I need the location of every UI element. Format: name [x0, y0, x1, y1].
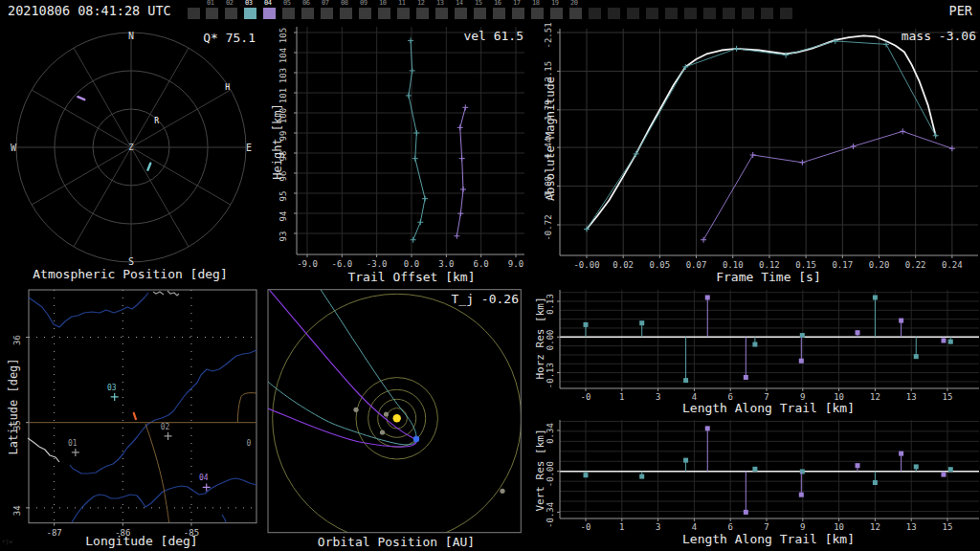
frame-cell-17[interactable]: 17: [512, 0, 525, 21]
frame-square[interactable]: [359, 8, 371, 19]
earth-dot: [413, 436, 419, 442]
frame-cell-empty[interactable]: [761, 0, 774, 21]
frame-cell-16[interactable]: 16: [493, 0, 506, 21]
magnitude-line-03: [587, 41, 936, 230]
x-tick-label: 0.10: [723, 260, 744, 270]
frame-cell-03[interactable]: 03: [244, 0, 257, 21]
frame-cell-08[interactable]: 08: [340, 0, 353, 21]
residual-marker-03: [683, 458, 688, 463]
frame-label: 14: [456, 0, 462, 7]
orbital-position-plot: [258, 287, 526, 551]
frame-square[interactable]: [206, 8, 218, 19]
frame-square[interactable]: [742, 8, 754, 19]
residual-marker-03: [948, 467, 953, 472]
frame-square[interactable]: [455, 8, 467, 19]
polar-radial-line: [131, 147, 189, 247]
frame-cell-empty[interactable]: [780, 0, 793, 21]
frame-square[interactable]: [531, 8, 544, 19]
frame-cell-14[interactable]: 14: [455, 0, 468, 21]
frame-square[interactable]: [301, 8, 314, 19]
frame-cell-empty[interactable]: [608, 0, 621, 21]
frame-square[interactable]: [188, 8, 200, 19]
frame-cell-15[interactable]: 15: [474, 0, 487, 21]
frame-cell-19[interactable]: 19: [550, 0, 564, 21]
frame-square[interactable]: [569, 8, 582, 19]
frame-cell-05[interactable]: 05: [282, 0, 296, 21]
frame-square[interactable]: [493, 8, 505, 19]
frame-square[interactable]: [378, 8, 390, 19]
y-tick-label: 94: [278, 211, 288, 222]
frame-label: 20: [570, 0, 577, 7]
frame-cell-empty[interactable]: [665, 0, 679, 21]
frame-cell-07[interactable]: 07: [321, 0, 334, 21]
frame-square[interactable]: [474, 8, 486, 19]
frame-square[interactable]: [225, 8, 237, 19]
frame-square[interactable]: [244, 8, 256, 19]
frame-label: 01: [207, 0, 213, 7]
frame-square[interactable]: [703, 8, 716, 19]
frame-square[interactable]: [780, 8, 792, 19]
frame-cell-12[interactable]: 12: [416, 0, 430, 21]
frame-square[interactable]: [646, 8, 658, 19]
frame-cell-02[interactable]: 02: [225, 0, 238, 21]
frame-cell-04[interactable]: 04: [263, 0, 277, 21]
frame-cell-01[interactable]: 01: [206, 0, 219, 21]
frame-cell-empty[interactable]: [723, 0, 736, 21]
trail-ylabel: Height [km]: [271, 75, 284, 209]
frame-square[interactable]: [761, 8, 773, 19]
river: [70, 350, 256, 474]
zenith-label: Z: [128, 143, 134, 152]
map-feature: [153, 291, 179, 296]
frame-square[interactable]: [589, 8, 601, 19]
residual-marker-04: [705, 426, 710, 430]
frame-cell-empty[interactable]: [703, 0, 717, 21]
planet-dot: [384, 411, 389, 416]
frame-square[interactable]: [321, 8, 333, 19]
frame-square[interactable]: [416, 8, 429, 19]
frame-cell-18[interactable]: 18: [531, 0, 545, 21]
frame-square[interactable]: [340, 8, 352, 19]
polar-radial-line: [131, 48, 189, 147]
watermark: rjw: [2, 538, 12, 544]
frame-square[interactable]: [550, 8, 563, 19]
frame-cell-empty[interactable]: [589, 0, 602, 21]
data-point-marker: [734, 46, 740, 52]
frame-cell-empty[interactable]: [742, 0, 755, 21]
river: [222, 515, 226, 522]
frame-square[interactable]: [512, 8, 524, 19]
frame-cell-blank[interactable]: [188, 0, 201, 21]
planet-dot: [500, 489, 504, 494]
frame-cell-empty[interactable]: [627, 0, 640, 21]
frame-label: 07: [322, 0, 328, 7]
frame-cell-11[interactable]: 11: [397, 0, 411, 21]
data-point-marker: [457, 124, 463, 130]
frame-square[interactable]: [435, 8, 448, 19]
frame-cell-10[interactable]: 10: [378, 0, 391, 21]
frame-square[interactable]: [608, 8, 620, 19]
residual-marker-03: [873, 295, 878, 299]
map-ylabel: Latitude [deg]: [7, 340, 20, 474]
frame-cell-06[interactable]: 06: [301, 0, 315, 21]
radiant-label: R: [154, 117, 159, 125]
frame-cell-13[interactable]: 13: [435, 0, 449, 21]
frame-square[interactable]: [627, 8, 639, 19]
top-bar: 20210806 08:41:28 UTC 010203040506070809…: [0, 0, 980, 21]
residual-marker-03: [914, 464, 919, 469]
frame-square[interactable]: [397, 8, 410, 19]
data-point-marker: [417, 219, 423, 225]
frame-cell-empty[interactable]: [684, 0, 698, 21]
frame-cell-empty[interactable]: [646, 0, 659, 21]
x-tick-label: 0.02: [612, 260, 634, 270]
x-tick-label: -6.0: [331, 259, 352, 269]
frame-cell-09[interactable]: 09: [359, 0, 372, 21]
frame-square[interactable]: [282, 8, 295, 19]
y-tick-label: 34: [12, 505, 22, 516]
frame-square[interactable]: [684, 8, 697, 19]
orbital-panel: [258, 287, 526, 551]
residual-marker-04: [799, 493, 804, 497]
frame-label: 03: [245, 0, 252, 7]
frame-square[interactable]: [665, 8, 678, 19]
frame-square[interactable]: [263, 8, 276, 19]
frame-square[interactable]: [723, 8, 735, 19]
frame-cell-20[interactable]: 20: [569, 0, 583, 21]
